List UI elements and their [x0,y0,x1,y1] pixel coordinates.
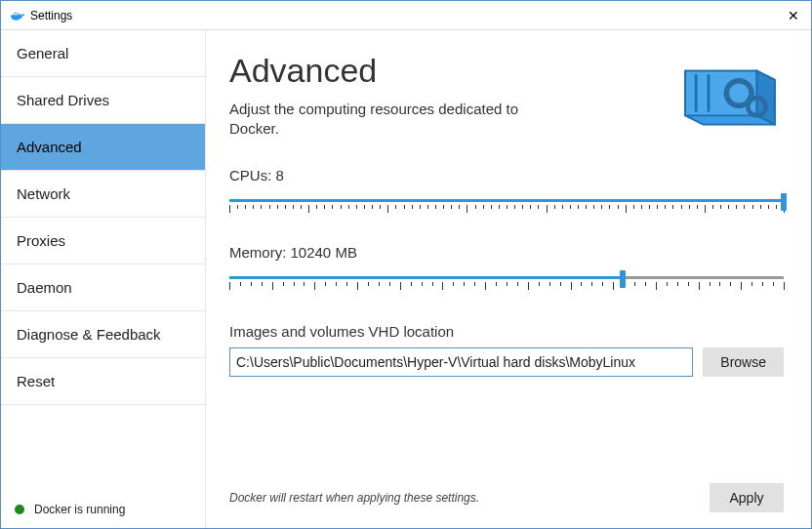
sidebar-item-reset[interactable]: Reset [1,358,205,405]
content-header: Advanced Adjust the computing resources … [229,52,784,140]
sidebar-item-label: Network [17,185,70,202]
sidebar-item-proxies[interactable]: Proxies [1,218,205,264]
sidebar-item-label: Reset [17,373,55,389]
vhd-group: Images and volumes VHD location Browse [229,323,784,377]
vhd-path-input[interactable] [229,347,693,377]
sidebar-item-label: General [17,45,68,61]
titlebar: Settings ✕ [1,1,811,30]
cpus-group: CPUs: 8 [229,167,784,217]
sidebar-item-label: Diagnose & Feedback [17,326,161,343]
sidebar-item-network[interactable]: Network [1,171,205,218]
sidebar-item-daemon[interactable]: Daemon [1,264,205,311]
window-title: Settings [30,9,72,22]
memory-slider[interactable] [229,268,784,294]
footer-note: Docker will restart when applying these … [229,491,479,505]
sidebar-item-label: Shared Drives [17,92,109,108]
footer: Docker will restart when applying these … [229,473,784,512]
sidebar-item-label: Proxies [17,232,65,249]
sidebar: GeneralShared DrivesAdvancedNetworkProxi… [1,30,206,528]
sidebar-item-advanced[interactable]: Advanced [1,124,205,171]
sidebar-item-general[interactable]: General [1,30,205,77]
sidebar-item-label: Advanced [17,139,82,155]
cpus-label: CPUs: 8 [229,167,784,183]
memory-group: Memory: 10240 MB [229,244,784,294]
docker-whale-icon [9,8,24,23]
content: Advanced Adjust the computing resources … [206,30,811,528]
sidebar-item-shared-drives[interactable]: Shared Drives [1,77,205,124]
cpus-slider[interactable] [229,191,784,217]
status-dot-icon [15,505,24,514]
vhd-label: Images and volumes VHD location [229,323,784,340]
sidebar-item-label: Daemon [17,279,72,296]
page-title: Advanced [229,52,667,90]
browse-button[interactable]: Browse [703,347,784,377]
main: GeneralShared DrivesAdvancedNetworkProxi… [1,30,811,528]
sidebar-item-diagnose-feedback[interactable]: Diagnose & Feedback [1,311,205,358]
status-bar: Docker is running [1,491,205,528]
close-icon[interactable]: ✕ [784,8,803,23]
container-icon [676,52,784,135]
page-subtitle: Adjust the computing resources dedicated… [229,100,551,140]
memory-label: Memory: 10240 MB [229,244,784,261]
status-label: Docker is running [34,503,125,516]
apply-button[interactable]: Apply [710,483,784,512]
